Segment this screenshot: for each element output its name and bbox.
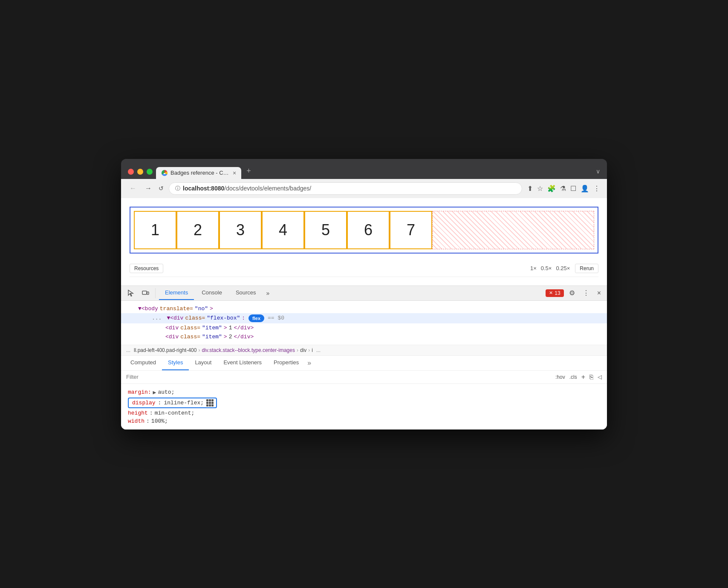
tab-sources[interactable]: Sources — [230, 286, 262, 300]
rerun-button[interactable]: Rerun — [575, 264, 598, 273]
styles-more-tabs[interactable]: » — [305, 356, 314, 370]
more-tabs-button[interactable]: » — [264, 286, 272, 300]
cls-toggle[interactable]: .cls — [569, 374, 577, 380]
device-toolbar-button[interactable] — [139, 286, 152, 300]
collapse-panel-button[interactable]: ◁ — [598, 374, 602, 380]
error-badge[interactable]: ✕ 13 — [546, 289, 563, 297]
zoom-0.5x[interactable]: 0.5× — [541, 265, 552, 271]
flex-item-3: 3 — [219, 211, 262, 249]
browser-window: Badges reference - Chrome De × + ∨ ← → ↺… — [121, 159, 607, 429]
dom-body-line[interactable]: ▼<body translate="no"> — [121, 304, 607, 313]
breadcrumb-item-3[interactable]: div — [300, 347, 306, 353]
dom-item2-gt: > — [224, 334, 227, 340]
dom-div-tag: ▼<div — [167, 315, 183, 321]
resources-bar: Resources 1× 0.5× 0.25× Rerun — [130, 260, 598, 277]
zoom-0.25x[interactable]: 0.25× — [556, 265, 570, 271]
css-margin-prop: margin: — [128, 389, 151, 395]
url-path: /docs/devtools/elements/badges/ — [224, 185, 311, 192]
share-icon[interactable]: ⬆ — [527, 184, 533, 193]
filter-actions: :hov .cls + ⎘ ◁ — [555, 373, 602, 381]
styles-tabs: Computed Styles Layout Event Listeners P… — [121, 356, 607, 371]
css-display-val: inline-flex; — [164, 400, 204, 406]
devtools-settings-button[interactable]: ⚙ — [566, 286, 578, 300]
extensions-icon[interactable]: 🧩 — [547, 184, 556, 193]
grid-dot — [206, 402, 208, 404]
resources-button[interactable]: Resources — [130, 264, 163, 273]
grid-dot — [209, 404, 211, 406]
devtools-close-button[interactable]: × — [595, 287, 604, 300]
css-margin-expand[interactable]: ▶ — [153, 389, 156, 396]
menu-icon[interactable]: ⋮ — [593, 184, 600, 193]
bookmark-icon[interactable]: ☆ — [537, 184, 543, 193]
dom-item1-tag: <div — [165, 325, 179, 331]
breadcrumb-end-dots: ... — [316, 347, 321, 353]
css-height-prop: height — [128, 410, 148, 416]
breadcrumb-item-1[interactable]: ll.pad-left-400.pad-right-400 — [134, 347, 196, 353]
grid-dot — [206, 404, 208, 406]
breadcrumb-start-dots: ... — [126, 347, 130, 353]
active-tab[interactable]: Badges reference - Chrome De × — [156, 167, 241, 179]
dom-div-attr-name: class= — [185, 315, 205, 321]
breadcrumb-bar: ... ll.pad-left-400.pad-right-400 › div.… — [121, 345, 607, 356]
dom-body-attr-val: "no" — [195, 306, 208, 312]
copy-style-button[interactable]: ⎘ — [589, 373, 593, 380]
flask-icon[interactable]: ⚗ — [560, 184, 566, 193]
filter-input[interactable] — [126, 374, 552, 380]
css-width-prop: width — [128, 418, 144, 424]
grid-layout-icon[interactable] — [206, 399, 214, 406]
tab-event-listeners[interactable]: Event Listeners — [217, 356, 268, 370]
breadcrumb-sep-3: › — [308, 347, 310, 353]
breadcrumb-item-4[interactable]: i — [312, 347, 313, 353]
flex-items-row: 1 2 3 4 5 6 7 — [134, 211, 594, 249]
dom-div-line[interactable]: ... ▼<div class="flex-box": flex == $0 — [121, 313, 607, 323]
user-icon[interactable]: 👤 — [581, 184, 589, 193]
dom-div-colon: : — [242, 315, 245, 321]
tab-properties[interactable]: Properties — [268, 356, 305, 370]
tab-console[interactable]: Console — [196, 286, 228, 300]
grid-dot — [209, 402, 211, 404]
overflow-area — [432, 211, 594, 249]
tab-computed[interactable]: Computed — [124, 356, 162, 370]
tab-list-chevron[interactable]: ∨ — [596, 168, 600, 179]
chrome-favicon — [161, 170, 168, 176]
flex-item-6: 6 — [347, 211, 390, 249]
add-style-button[interactable]: + — [581, 373, 585, 381]
dom-item1-attr-val: "item" — [202, 325, 222, 331]
dom-item1-line[interactable]: <div class="item">1</div> — [121, 323, 607, 332]
maximize-traffic-light[interactable] — [147, 169, 153, 175]
close-traffic-light[interactable] — [128, 169, 134, 175]
css-width-val: 100%; — [151, 418, 168, 424]
reload-button[interactable]: ↺ — [159, 185, 164, 192]
back-button[interactable]: ← — [128, 184, 138, 193]
tab-styles[interactable]: Styles — [162, 356, 189, 370]
devtools-more-button[interactable]: ⋮ — [580, 286, 592, 300]
dom-body-close: > — [210, 306, 213, 312]
forward-button[interactable]: → — [143, 184, 153, 193]
inspect-element-button[interactable] — [124, 286, 137, 300]
tab-layout[interactable]: Layout — [189, 356, 217, 370]
grid-dot — [211, 399, 214, 401]
css-width-line: width: 100%; — [128, 417, 600, 425]
new-tab-button[interactable]: + — [242, 164, 255, 179]
breadcrumb-item-2[interactable]: div.stack.stack--block.type.center-image… — [202, 347, 295, 353]
breadcrumb-sep-2: › — [297, 347, 298, 353]
flex-badge[interactable]: flex — [248, 314, 264, 322]
tab-elements[interactable]: Elements — [159, 286, 194, 300]
devtools-panel: Elements Console Sources » ✕ 13 ⚙ ⋮ × ▼<… — [121, 285, 607, 429]
dom-item2-line[interactable]: <div class="item">2</div> — [121, 332, 607, 341]
css-display-line: display: inline-flex; — [128, 397, 600, 409]
filter-bar: :hov .cls + ⎘ ◁ — [121, 371, 607, 384]
zoom-1x[interactable]: 1× — [530, 265, 537, 271]
dom-body-attr-name: translate= — [160, 306, 193, 312]
tab-close-button[interactable]: × — [233, 170, 236, 176]
url-bar[interactable]: ⓘ localhost:8080/docs/devtools/elements/… — [169, 182, 522, 195]
window-icon[interactable]: ☐ — [570, 184, 576, 193]
css-margin-val: auto; — [158, 389, 174, 395]
dom-item1-text: 1 — [229, 325, 232, 331]
hov-toggle[interactable]: :hov — [555, 374, 565, 380]
dollar-zero: == $0 — [268, 315, 284, 321]
svg-rect-2 — [142, 291, 147, 294]
css-height-line: height: min-content; — [128, 409, 600, 417]
inline-flex-box[interactable]: display: inline-flex; — [128, 398, 217, 408]
minimize-traffic-light[interactable] — [137, 169, 143, 175]
